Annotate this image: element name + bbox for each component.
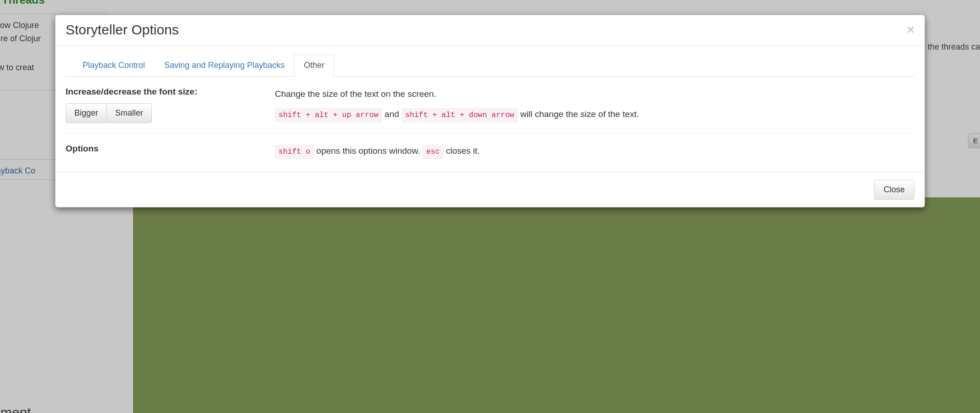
tab-playback-control[interactable]: Playback Control bbox=[73, 55, 155, 77]
modal-footer: Close bbox=[56, 172, 924, 207]
option-description: shift o opens this options window. esc c… bbox=[275, 144, 914, 160]
modal-title: Storyteller Options bbox=[66, 22, 179, 38]
option-desc-text: will change the size of the text. bbox=[518, 109, 639, 119]
modal-backdrop[interactable]: Storyteller Options × Playback Control S… bbox=[0, 0, 980, 413]
keyboard-shortcut: shift + alt + down arrow bbox=[401, 108, 518, 123]
options-modal: Storyteller Options × Playback Control S… bbox=[55, 15, 925, 207]
font-size-button-group: Bigger Smaller bbox=[66, 103, 152, 123]
option-description: Change the size of the text on the scree… bbox=[275, 87, 914, 123]
option-desc-text: closes it. bbox=[444, 146, 480, 156]
keyboard-shortcut: shift + alt + up arrow bbox=[275, 108, 382, 123]
bigger-button[interactable]: Bigger bbox=[66, 103, 107, 123]
smaller-button[interactable]: Smaller bbox=[106, 103, 152, 123]
keyboard-shortcut: esc bbox=[423, 145, 444, 159]
option-label: Increase/decrease the font size: bbox=[66, 87, 258, 97]
close-button[interactable]: Close bbox=[874, 180, 914, 200]
option-label: Options bbox=[66, 144, 258, 154]
option-desc-text: and bbox=[382, 109, 401, 119]
tab-other[interactable]: Other bbox=[294, 55, 334, 77]
option-desc-line: Change the size of the text on the scree… bbox=[275, 87, 914, 101]
tablist: Playback Control Saving and Replaying Pl… bbox=[66, 55, 914, 77]
modal-header: Storyteller Options × bbox=[56, 15, 924, 46]
keyboard-shortcut: shift o bbox=[275, 145, 314, 159]
option-row-font-size: Increase/decrease the font size: Bigger … bbox=[66, 85, 914, 133]
close-icon[interactable]: × bbox=[907, 23, 914, 36]
option-desc-text: opens this options window. bbox=[314, 146, 423, 156]
modal-body: Playback Control Saving and Replaying Pl… bbox=[56, 46, 924, 172]
option-row-options: Options shift o opens this options windo… bbox=[66, 133, 914, 170]
tab-saving-replaying[interactable]: Saving and Replaying Playbacks bbox=[155, 55, 294, 77]
